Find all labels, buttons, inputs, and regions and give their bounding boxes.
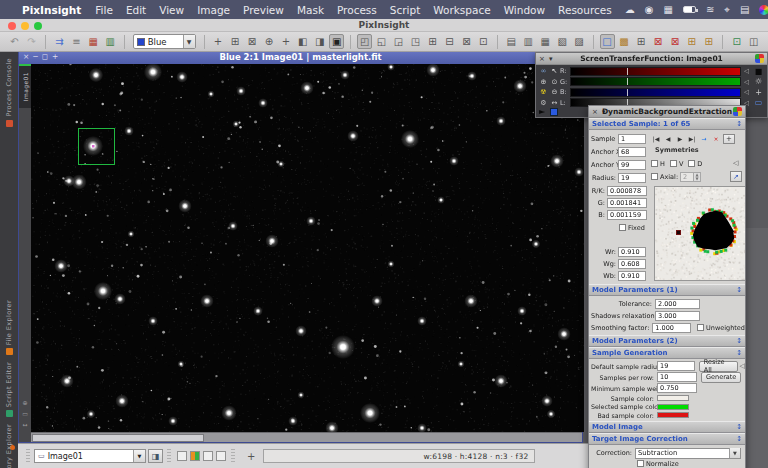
g-value[interactable]: 0.001841 [607, 198, 647, 208]
apply-cursor-icon[interactable]: ► [539, 107, 545, 116]
collapse-icon[interactable]: ↕ [736, 435, 742, 443]
axial-spinner[interactable]: 2 ▲▼ [680, 172, 701, 182]
scroll-tool-icon[interactable]: ↔ [22, 421, 27, 428]
sample-color-swatch[interactable] [657, 395, 689, 401]
channel-indicator-2[interactable] [190, 451, 200, 461]
zoom-window-button[interactable] [34, 22, 42, 30]
zoom-in-icon[interactable]: ⊕ [538, 78, 549, 86]
rk-value[interactable]: 0.000878 [607, 186, 647, 196]
split-channels-icon[interactable]: ▥ [103, 34, 118, 49]
minimize-window-button[interactable] [21, 22, 29, 30]
last-sample-button[interactable]: ▶| [687, 134, 697, 144]
crosshair-tool-icon[interactable]: + [278, 34, 293, 49]
zoom-tool-icon[interactable]: ⊕ [22, 399, 27, 406]
menu-image[interactable]: Image [197, 4, 230, 16]
midtone-marker[interactable] [627, 89, 628, 96]
default-sample-radius-input[interactable]: 19 [657, 361, 695, 371]
menu-edit[interactable]: Edit [126, 4, 146, 16]
shadows-relaxation-input[interactable]: 3.000 [655, 311, 700, 321]
reset-icon[interactable]: ◁ [741, 78, 752, 86]
new-preview-icon[interactable]: □ [600, 34, 615, 49]
image-overlay-icon[interactable]: ▨ [572, 34, 587, 49]
anchor-x-input[interactable]: 68 [618, 147, 646, 157]
readout-crosshair-icon[interactable]: + [247, 451, 255, 462]
black-point-icon[interactable]: ■ [752, 67, 765, 76]
edit-cursor-icon[interactable]: ↖ [549, 67, 560, 75]
unweighted-checkbox[interactable] [697, 324, 704, 331]
fit-tool-icon[interactable]: ▭ [22, 410, 28, 417]
scrollbar-thumb[interactable] [32, 434, 204, 442]
selected-sample-color-swatch[interactable] [657, 404, 689, 410]
stf-titlebar[interactable]: × ▾ ScreenTransferFunction: Image01 [536, 53, 767, 65]
symmetry-v-checkbox[interactable] [670, 160, 677, 167]
menu-window[interactable]: Window [504, 4, 545, 16]
section-model-parameters-2[interactable]: Model Parameters (2) ↕ [589, 335, 745, 347]
split-right-icon[interactable]: ◨ [312, 34, 327, 49]
color-wheel-icon[interactable] [759, 5, 768, 15]
cloud-icon[interactable]: ☁ [625, 4, 635, 15]
crosshair-icon[interactable]: + [752, 88, 765, 97]
sidebar-tab-file-explorer[interactable]: File Explorer [0, 300, 18, 355]
stf-gradient-slider[interactable] [570, 77, 741, 86]
clone-preview-icon[interactable]: ⊞ [701, 34, 716, 49]
toolbar-grip[interactable] [26, 449, 30, 463]
display-icon[interactable]: ▤ [740, 4, 749, 15]
duplicate-image-icon[interactable]: ▥ [521, 34, 536, 49]
correction-dropdown[interactable]: Subtraction ▼ [635, 448, 741, 459]
wg-value[interactable]: 0.608 [618, 259, 646, 269]
record-icon[interactable]: ◉ [645, 4, 654, 15]
radius-input[interactable]: 19 [618, 173, 646, 183]
rgb-channels-icon[interactable]: ▦ [86, 34, 101, 49]
undo-icon[interactable]: ↶ [7, 34, 22, 49]
midtone-marker[interactable] [627, 78, 628, 85]
prev-sample-button[interactable]: ◀ [663, 134, 673, 144]
collapse-icon[interactable]: ↕ [736, 286, 742, 294]
delete-preview-icon[interactable]: ⊠ [650, 34, 665, 49]
add-preview-icon[interactable]: ⊞ [684, 34, 699, 49]
preview-list-icon[interactable]: ⊞ [633, 34, 648, 49]
link-rgb-icon[interactable]: ∞ [538, 67, 549, 75]
collapse-icon[interactable]: ↕ [736, 423, 742, 431]
wb-value[interactable]: 0.910 [618, 271, 646, 281]
wifi-icon[interactable]: ≋ [706, 4, 714, 15]
image-window-titlebar[interactable]: × ─ ◻ + Blue 2:1 Image01 | masterlight.f… [19, 50, 582, 64]
channel-indicator-1[interactable] [177, 451, 187, 461]
keyboard-icon[interactable]: ▦ [663, 4, 672, 15]
axial-checkbox[interactable] [651, 173, 658, 180]
readout-icon[interactable]: ↔ [549, 99, 560, 107]
mask-show-icon[interactable]: ⊠ [459, 34, 474, 49]
wr-value[interactable]: 0.910 [618, 247, 646, 257]
image-canvas[interactable] [31, 64, 584, 432]
window-titlebar[interactable]: PixInsight [0, 19, 768, 32]
sidebar-tab-script-editor[interactable]: Script Editor [0, 362, 18, 417]
battery-icon[interactable] [683, 6, 696, 13]
new-image-icon[interactable]: ▤ [504, 34, 519, 49]
horizontal-scrollbar[interactable] [31, 432, 582, 442]
reset-icon[interactable]: ◁ [741, 88, 752, 96]
search-icon[interactable]: ⌖ [724, 4, 730, 16]
collapse-icon[interactable]: ↕ [736, 349, 742, 357]
tracking-icon[interactable] [550, 108, 558, 116]
menu-mask[interactable]: Mask [297, 4, 324, 16]
menu-process[interactable]: Process [337, 4, 377, 16]
image-window[interactable]: × ─ ◻ + Blue 2:1 Image01 | masterlight.f… [18, 49, 583, 443]
channel-indicator-4[interactable] [216, 451, 226, 461]
menu-script[interactable]: Script [390, 4, 420, 16]
normalize-checkbox[interactable] [637, 460, 644, 467]
reset-icon[interactable]: ◁ [740, 362, 745, 370]
view-mode-1-icon[interactable]: ◰ [357, 34, 372, 49]
readout-mode-icon[interactable]: ▣ [329, 34, 344, 49]
spinner-arrows-icon[interactable]: ▲▼ [694, 172, 701, 182]
auto-stretch-icon[interactable]: ☼ [752, 77, 765, 86]
zoom-out-icon[interactable]: ⊖ [549, 88, 560, 96]
apply-symmetry-button[interactable]: ↗ [730, 171, 742, 182]
chevron-down-icon[interactable]: ▼ [183, 35, 195, 48]
first-sample-button[interactable]: |◀ [651, 134, 661, 144]
mask-enable-icon[interactable]: ⊞ [425, 34, 440, 49]
section-target-image-correction[interactable]: Target Image Correction ↕ [589, 433, 745, 445]
stf-gradient-slider[interactable] [570, 67, 741, 76]
view-mode-3-icon[interactable]: ◲ [391, 34, 406, 49]
split-left-icon[interactable]: ◧ [295, 34, 310, 49]
anchor-y-input[interactable]: 99 [618, 160, 646, 170]
image-tab[interactable]: Image01 [19, 64, 31, 108]
